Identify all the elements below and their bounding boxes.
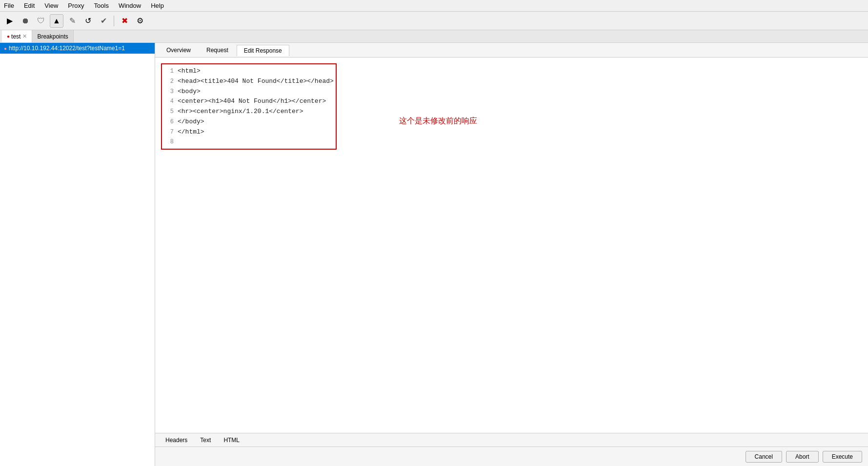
line-num-5: 5 xyxy=(164,107,174,116)
line-content-3: <body> xyxy=(178,87,201,97)
main-layout: ● http://10.10.192.44:12022/test?testNam… xyxy=(0,43,868,466)
code-line-7: 7 </html> xyxy=(164,127,334,137)
tabs-bar: ● test ✕ Breakpoints xyxy=(0,30,868,43)
gear-button[interactable]: ⚙ xyxy=(133,14,147,28)
menu-file[interactable]: File xyxy=(2,1,16,10)
pencil-button[interactable]: ✎ xyxy=(65,14,79,28)
line-num-8: 8 xyxy=(164,137,174,147)
check-button[interactable]: ✔ xyxy=(97,14,110,28)
sub-tabs: Overview Request Edit Response xyxy=(155,43,868,58)
line-content-1: <html> xyxy=(178,66,201,77)
tab-test[interactable]: ● test ✕ xyxy=(2,30,32,42)
tab-test-label: test xyxy=(11,33,20,40)
menu-view[interactable]: View xyxy=(42,1,60,10)
line-content-5: <hr><center>nginx/1.20.1</center> xyxy=(178,107,303,117)
code-line-1: 1 <html> xyxy=(164,66,334,77)
execute-button[interactable]: Execute xyxy=(823,451,862,463)
menu-edit[interactable]: Edit xyxy=(22,1,37,10)
sub-tab-edit-response[interactable]: Edit Response xyxy=(237,45,289,56)
line-content-6: </body> xyxy=(178,117,204,127)
menu-proxy[interactable]: Proxy xyxy=(66,1,86,10)
line-num-6: 6 xyxy=(164,117,174,127)
tab-breakpoints-label: Breakpoints xyxy=(37,33,68,40)
code-line-3: 3 <body> xyxy=(164,87,334,97)
line-num-7: 7 xyxy=(164,128,174,137)
tab-breakpoints[interactable]: Breakpoints xyxy=(32,30,73,42)
toolbar: ▶ ⏺ 🛡 ▲ ✎ ↺ ✔ ✖ ⚙ xyxy=(0,12,868,30)
left-panel: ● http://10.10.192.44:12022/test?testNam… xyxy=(0,43,155,466)
menu-window[interactable]: Window xyxy=(117,1,143,10)
intercept-off-button[interactable]: ▲ xyxy=(50,14,63,28)
tab-dot: ● xyxy=(7,34,10,39)
item-status-dot: ● xyxy=(4,46,7,51)
sub-tab-request[interactable]: Request xyxy=(199,44,236,56)
line-content-2: <head><title>404 Not Found</title></head… xyxy=(178,77,334,87)
sub-tab-overview[interactable]: Overview xyxy=(159,44,198,56)
code-line-8: 8 xyxy=(164,137,334,147)
annotation-text: 这个是未修改前的响应 xyxy=(399,116,477,126)
cancel-button[interactable]: Cancel xyxy=(746,451,782,463)
bottom-tabs: Headers Text HTML xyxy=(155,433,868,447)
code-area: 1 <html> 2 <head><title>404 Not Found</t… xyxy=(155,58,868,433)
refresh-button[interactable]: ↺ xyxy=(81,14,95,28)
left-item-url[interactable]: ● http://10.10.192.44:12022/test?testNam… xyxy=(0,43,155,54)
settings-button[interactable]: ✖ xyxy=(118,14,131,28)
line-num-2: 2 xyxy=(164,77,174,86)
start-button[interactable]: ▶ xyxy=(3,14,17,28)
line-content-4: <center><h1>404 Not Found</h1></center> xyxy=(178,97,326,107)
menu-help[interactable]: Help xyxy=(149,1,166,10)
abort-button[interactable]: Abort xyxy=(786,451,819,463)
code-box: 1 <html> 2 <head><title>404 Not Found</t… xyxy=(161,63,337,150)
tab-close-icon[interactable]: ✕ xyxy=(22,33,27,39)
stop-button[interactable]: ⏺ xyxy=(19,14,32,28)
action-bar: Cancel Abort Execute xyxy=(155,447,868,466)
line-content-7: </html> xyxy=(178,127,204,137)
line-num-4: 4 xyxy=(164,97,174,106)
intercept-on-button[interactable]: 🛡 xyxy=(34,14,48,28)
menu-tools[interactable]: Tools xyxy=(92,1,111,10)
line-num-1: 1 xyxy=(164,67,174,76)
code-line-2: 2 <head><title>404 Not Found</title></he… xyxy=(164,77,334,87)
right-panel: Overview Request Edit Response 1 <html> … xyxy=(155,43,868,466)
bottom-tab-text[interactable]: Text xyxy=(194,435,217,446)
bottom-tab-html[interactable]: HTML xyxy=(217,435,246,446)
item-url-text: http://10.10.192.44:12022/test?testName1… xyxy=(9,45,125,52)
bottom-tab-headers[interactable]: Headers xyxy=(159,435,194,446)
code-line-4: 4 <center><h1>404 Not Found</h1></center… xyxy=(164,97,334,107)
code-line-6: 6 </body> xyxy=(164,117,334,127)
line-num-3: 3 xyxy=(164,87,174,97)
menu-bar: File Edit View Proxy Tools Window Help xyxy=(0,0,868,12)
code-line-5: 5 <hr><center>nginx/1.20.1</center> xyxy=(164,107,334,117)
toolbar-divider xyxy=(114,16,114,26)
